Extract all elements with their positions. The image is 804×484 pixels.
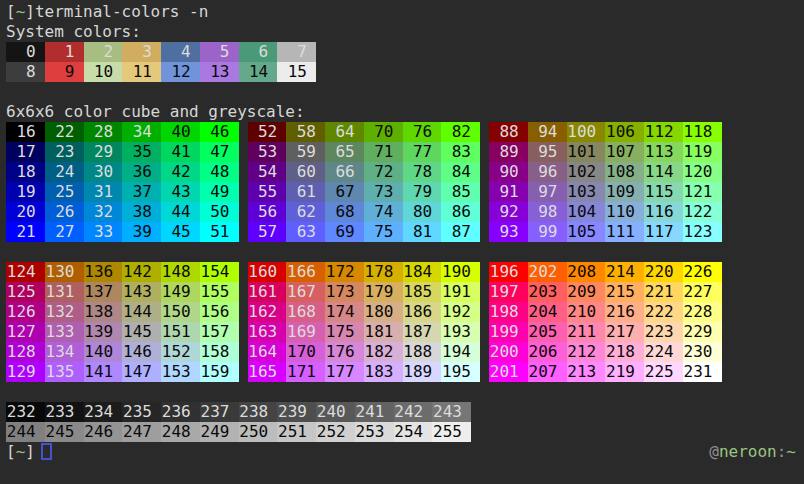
color-cell-28: 28 <box>84 122 123 142</box>
color-cell-138: 138 <box>84 302 123 322</box>
color-cell-185: 185 <box>403 282 442 302</box>
color-cell-228: 228 <box>683 302 722 322</box>
color-cell-212: 212 <box>567 342 606 362</box>
color-cell-117: 117 <box>644 222 683 242</box>
color-cell-108: 108 <box>605 162 644 182</box>
color-cell-164: 164 <box>248 342 287 362</box>
color-cell-180: 180 <box>364 302 403 322</box>
color-cell-145: 145 <box>122 322 161 342</box>
color-cell-209: 209 <box>567 282 606 302</box>
color-cell-160: 160 <box>248 262 287 282</box>
color-cell-205: 205 <box>528 322 567 342</box>
color-cell-196: 196 <box>489 262 528 282</box>
color-cell-179: 179 <box>364 282 403 302</box>
color-cell-81: 81 <box>403 222 442 242</box>
color-cell-4: 4 <box>161 42 200 62</box>
color-cell-17: 17 <box>6 142 45 162</box>
color-cell-92: 92 <box>489 202 528 222</box>
color-cell-93: 93 <box>489 222 528 242</box>
color-cell-50: 50 <box>200 202 239 222</box>
color-cell-184: 184 <box>403 262 442 282</box>
color-cell-156: 156 <box>200 302 239 322</box>
color-cell-26: 26 <box>45 202 84 222</box>
color-cell-132: 132 <box>45 302 84 322</box>
cube-row: 8995101107113119 <box>489 142 722 162</box>
color-cell-155: 155 <box>200 282 239 302</box>
color-cell-186: 186 <box>403 302 442 322</box>
cube-row: 192531374349 <box>6 182 239 202</box>
color-cell-178: 178 <box>364 262 403 282</box>
color-cell-79: 79 <box>403 182 442 202</box>
color-cell-121: 121 <box>683 182 722 202</box>
color-cell-241: 241 <box>355 402 394 422</box>
color-cell-181: 181 <box>364 322 403 342</box>
color-cell-76: 76 <box>403 122 442 142</box>
color-cell-48: 48 <box>200 162 239 182</box>
cube-row: 124130136142148154 <box>6 262 239 282</box>
color-cell-126: 126 <box>6 302 45 322</box>
color-cell-71: 71 <box>364 142 403 162</box>
color-cell-122: 122 <box>683 202 722 222</box>
color-cell-11: 11 <box>122 62 161 82</box>
color-cell-165: 165 <box>248 362 287 382</box>
color-cell-213: 213 <box>567 362 606 382</box>
color-cell-253: 253 <box>355 422 394 442</box>
color-cell-199: 199 <box>489 322 528 342</box>
color-cell-37: 37 <box>122 182 161 202</box>
color-cell-12: 12 <box>161 62 200 82</box>
color-cell-169: 169 <box>286 322 325 342</box>
color-cell-240: 240 <box>316 402 355 422</box>
color-cell-94: 94 <box>528 122 567 142</box>
terminal-screen[interactable]: [~]terminal-colors -n System colors: 012… <box>0 0 804 484</box>
color-cell-90: 90 <box>489 162 528 182</box>
color-cell-187: 187 <box>403 322 442 342</box>
status-line: [~] @neroon:~ <box>6 442 804 462</box>
color-cell-137: 137 <box>84 282 123 302</box>
color-cell-36: 36 <box>122 162 161 182</box>
color-cell-78: 78 <box>403 162 442 182</box>
color-cell-19: 19 <box>6 182 45 202</box>
color-cell-89: 89 <box>489 142 528 162</box>
color-cell-171: 171 <box>286 362 325 382</box>
color-cell-22: 22 <box>45 122 84 142</box>
color-cell-14: 14 <box>239 62 278 82</box>
color-cell-190: 190 <box>441 262 480 282</box>
color-cell-3: 3 <box>122 42 161 62</box>
color-cell-95: 95 <box>528 142 567 162</box>
prompt-bracket-close: ] <box>25 2 35 21</box>
color-cell-55: 55 <box>248 182 287 202</box>
color-cell-125: 125 <box>6 282 45 302</box>
color-cell-163: 163 <box>248 322 287 342</box>
color-cell-67: 67 <box>325 182 364 202</box>
color-cell-24: 24 <box>45 162 84 182</box>
status-segment: @ <box>709 442 719 461</box>
color-cell-7: 7 <box>277 42 316 62</box>
color-cell-167: 167 <box>286 282 325 302</box>
color-cell-216: 216 <box>605 302 644 322</box>
color-cell-238: 238 <box>239 402 278 422</box>
color-cell-250: 250 <box>239 422 278 442</box>
cube-row: 199205211217223229 <box>489 322 722 342</box>
prompt-bracket-close: ] <box>25 442 35 461</box>
color-cell-231: 231 <box>683 362 722 382</box>
color-cell-146: 146 <box>122 342 161 362</box>
color-cell-131: 131 <box>45 282 84 302</box>
cube-block-16: 1622283440461723293541471824303642481925… <box>6 122 239 242</box>
cube-row: 129135141147153159 <box>6 362 239 382</box>
status-segment: neroon <box>719 442 777 461</box>
color-cell-144: 144 <box>122 302 161 322</box>
color-cell-43: 43 <box>161 182 200 202</box>
color-cell-96: 96 <box>528 162 567 182</box>
color-cell-161: 161 <box>248 282 287 302</box>
color-cell-233: 233 <box>45 402 84 422</box>
terminal-cursor[interactable] <box>41 443 52 460</box>
color-cell-177: 177 <box>325 362 364 382</box>
color-cell-35: 35 <box>122 142 161 162</box>
color-cell-21: 21 <box>6 222 45 242</box>
color-cell-200: 200 <box>489 342 528 362</box>
color-cell-225: 225 <box>644 362 683 382</box>
prompt-home-dir: ~ <box>16 2 26 21</box>
color-cell-220: 220 <box>644 262 683 282</box>
color-cell-221: 221 <box>644 282 683 302</box>
command-line: [~]terminal-colors -n <box>6 2 804 22</box>
